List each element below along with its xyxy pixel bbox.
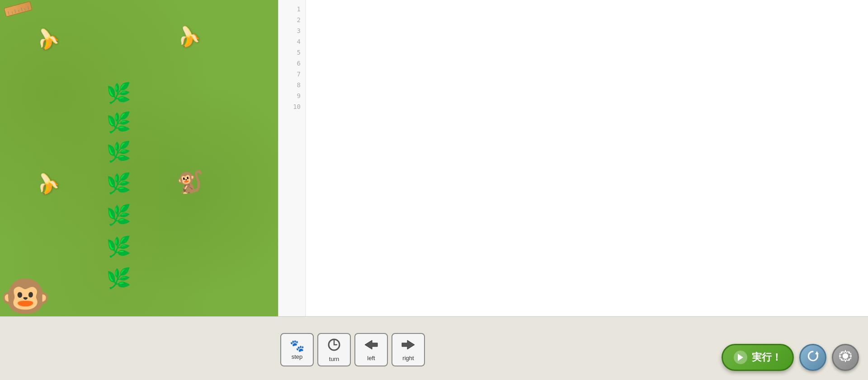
run-area: 実行！: [722, 344, 859, 371]
left-button[interactable]: left: [354, 333, 388, 366]
code-input[interactable]: [306, 0, 868, 316]
line-number-9: 9: [297, 90, 301, 101]
svg-rect-7: [845, 360, 846, 362]
monkey-avatar: 🐵: [0, 276, 51, 316]
bush-6: 🌿: [106, 235, 131, 258]
step-label: step: [292, 353, 303, 360]
bush-3: 🌿: [106, 140, 131, 164]
step-button[interactable]: 🐾 step: [280, 333, 314, 366]
command-buttons: 🐾 step turn left: [280, 333, 425, 366]
left-icon: [363, 338, 379, 353]
line-number-5: 5: [297, 47, 301, 58]
ruler-tick: [21, 8, 22, 11]
line-number-6: 6: [297, 58, 301, 69]
svg-marker-1: [738, 354, 743, 361]
main-area: 🍌 🍌 🍌 🌿 🌿 🌿 🌿 🌿 🌿 🌿 🐒 🐵 1 2 3 4 5 6 7 8: [0, 0, 868, 316]
svg-marker-2: [815, 351, 819, 354]
ruler-tick: [24, 8, 25, 10]
svg-rect-6: [845, 350, 846, 352]
turn-icon: [327, 338, 341, 354]
line-number-4: 4: [297, 36, 301, 47]
line-numbers: 1 2 3 4 5 6 7 8 9 10: [278, 0, 306, 316]
line-number-3: 3: [297, 25, 301, 36]
banana-3: 🍌: [32, 169, 62, 197]
line-number-8: 8: [297, 80, 301, 90]
right-icon: [400, 338, 416, 353]
ruler-tick: [14, 9, 16, 13]
svg-point-5: [844, 355, 847, 357]
monkey-field: 🐒: [176, 169, 203, 195]
settings-icon: [839, 350, 852, 366]
line-number-7: 7: [297, 69, 301, 80]
banana-2: 🍌: [174, 22, 203, 50]
svg-rect-9: [849, 356, 851, 357]
line-number-2: 2: [297, 14, 301, 25]
turn-label: turn: [329, 356, 339, 362]
code-editor: 1 2 3 4 5 6 7 8 9 10: [278, 0, 868, 316]
svg-rect-8: [840, 356, 841, 357]
banana-1: 🍌: [32, 24, 62, 53]
line-number-10: 10: [293, 101, 301, 112]
reset-button[interactable]: [799, 344, 826, 371]
bush-7: 🌿: [106, 267, 131, 290]
settings-button[interactable]: [832, 344, 859, 371]
line-number-1: 1: [297, 4, 301, 14]
ruler-tick: [12, 12, 13, 14]
step-icon: 🐾: [290, 340, 304, 352]
ruler-tick: [8, 11, 9, 15]
left-label: left: [367, 355, 375, 361]
code-area: 1 2 3 4 5 6 7 8 9 10: [278, 0, 868, 316]
turn-button[interactable]: turn: [317, 333, 351, 366]
bush-4: 🌿: [106, 172, 131, 195]
run-button[interactable]: 実行！: [722, 344, 794, 371]
ruler: [4, 1, 32, 17]
bush-5: 🌿: [106, 203, 131, 227]
ruler-tick: [18, 10, 19, 12]
bush-1: 🌿: [106, 81, 131, 105]
bottom-toolbar: 🐾 step turn left: [0, 316, 868, 380]
right-label: right: [402, 355, 414, 361]
right-button[interactable]: right: [392, 333, 425, 366]
run-button-label: 実行！: [752, 351, 782, 364]
play-icon: [734, 351, 747, 364]
game-canvas: 🍌 🍌 🍌 🌿 🌿 🌿 🌿 🌿 🌿 🌿 🐒 🐵: [0, 0, 278, 316]
bush-2: 🌿: [106, 111, 131, 134]
ruler-tick: [28, 6, 29, 9]
reset-icon: [806, 349, 820, 366]
